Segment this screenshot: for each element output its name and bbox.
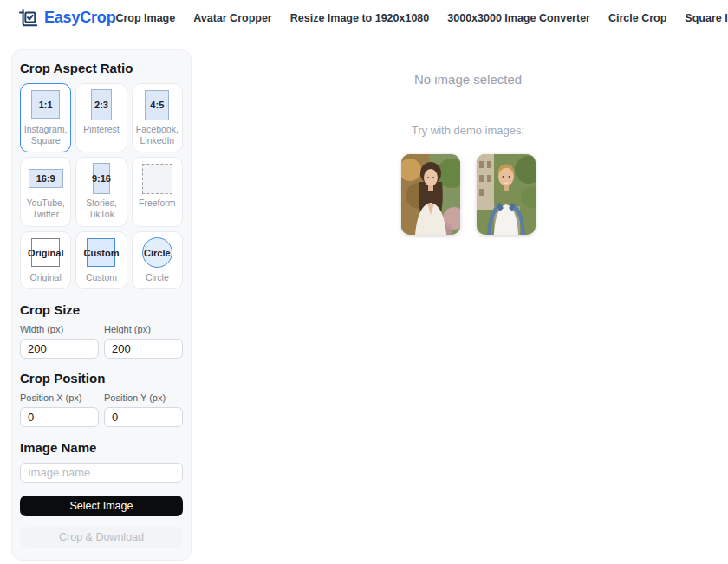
ratio-label: 9:16	[78, 173, 124, 184]
image-name-input[interactable]	[20, 463, 183, 483]
demo-image-man[interactable]	[477, 154, 536, 235]
ratio-option-2-3[interactable]: 2:3 Pinterest	[75, 83, 127, 152]
ratio-shape-wrap: Custom	[78, 237, 124, 269]
nav-crop-image[interactable]: Crop Image	[115, 12, 175, 24]
ratio-shape-wrap: 16:9	[23, 162, 68, 195]
woman-portrait-illustration	[401, 154, 460, 235]
crop-size-fields: Width (px) Height (px)	[20, 324, 183, 359]
demo-prompt-text: Try with demo images:	[208, 124, 728, 137]
ratio-sublabel: Pinterest	[83, 124, 119, 135]
ratio-shape-wrap: 9:16	[78, 162, 124, 195]
man-portrait-illustration	[477, 154, 536, 235]
aspect-ratio-title: Crop Aspect Ratio	[20, 61, 183, 75]
dashed-freeform-shape	[142, 164, 172, 194]
ratio-sublabel: Custom	[86, 272, 117, 283]
ratio-shape-wrap: Circle	[134, 237, 180, 269]
ratio-option-circle[interactable]: Circle Circle	[132, 231, 183, 289]
position-y-label: Position Y (px)	[104, 392, 183, 403]
height-field-group: Height (px)	[104, 324, 183, 359]
width-label: Width (px)	[20, 324, 99, 334]
ratio-label: Original	[23, 248, 68, 258]
demo-images-row	[208, 154, 728, 235]
position-x-label: Position X (px)	[20, 392, 99, 403]
crop-position-fields: Position X (px) Position Y (px)	[20, 392, 183, 427]
width-field-group: Width (px)	[20, 324, 99, 359]
ratio-option-4-5[interactable]: 4:5 Facebook, LinkedIn	[132, 83, 183, 152]
position-y-field-group: Position Y (px)	[104, 392, 183, 427]
nav-circle-crop[interactable]: Circle Crop	[608, 12, 666, 24]
position-x-field-group: Position X (px)	[20, 392, 99, 427]
ratio-shape-wrap: 4:5	[134, 88, 180, 121]
preview-area: No image selected Try with demo images:	[208, 49, 728, 235]
nav-3000x3000-converter[interactable]: 3000x3000 Image Converter	[447, 12, 590, 24]
ratio-option-freeform[interactable]: Freeform	[132, 157, 183, 226]
brand-name: EasyCrop	[44, 9, 115, 27]
ratio-option-custom[interactable]: Custom Custom	[75, 231, 127, 289]
empty-state-text: No image selected	[208, 72, 728, 87]
ratio-sublabel: YouTube, Twitter	[23, 198, 68, 220]
ratio-label: 1:1	[23, 100, 69, 110]
ratio-label: 4:5	[134, 100, 180, 110]
ratio-label: 16:9	[23, 173, 68, 184]
ratio-sublabel: Stories, TikTok	[78, 198, 124, 220]
aspect-ratio-grid: 1:1 Instagram, Square 2:3 Pinterest 4:5 …	[20, 83, 183, 289]
ratio-shape-wrap: 2:3	[78, 88, 124, 121]
ratio-label: 2:3	[78, 100, 124, 110]
ratio-option-1-1[interactable]: 1:1 Instagram, Square	[20, 83, 71, 152]
ratio-sublabel: Freeform	[139, 198, 176, 209]
crop-settings-panel: Crop Aspect Ratio 1:1 Instagram, Square …	[11, 49, 192, 561]
crop-download-button: Crop & Download	[20, 527, 183, 548]
ratio-label: Circle	[134, 248, 180, 258]
demo-image-woman[interactable]	[401, 154, 460, 235]
brand-logo[interactable]: EasyCrop	[19, 9, 115, 28]
ratio-sublabel: Original	[30, 272, 62, 283]
crop-position-title: Crop Position	[20, 371, 183, 386]
width-input[interactable]	[20, 339, 99, 359]
nav-resize-1920x1080[interactable]: Resize Image to 1920x1080	[290, 12, 430, 24]
position-y-input[interactable]	[104, 407, 183, 427]
ratio-option-9-16[interactable]: 9:16 Stories, TikTok	[75, 157, 127, 226]
ratio-sublabel: Circle	[146, 272, 169, 283]
image-name-title: Image Name	[20, 440, 183, 455]
height-label: Height (px)	[104, 324, 183, 334]
nav-avatar-cropper[interactable]: Avatar Cropper	[193, 12, 272, 24]
select-image-button[interactable]: Select Image	[20, 496, 183, 516]
crop-check-icon	[19, 9, 38, 28]
position-x-input[interactable]	[20, 407, 99, 427]
ratio-shape-wrap: 1:1	[23, 88, 69, 121]
ratio-shape-wrap	[134, 162, 180, 195]
crop-size-title: Crop Size	[20, 302, 183, 317]
header: EasyCrop Crop Image Avatar Cropper Resiz…	[0, 0, 728, 36]
ratio-shape-wrap: Original	[23, 237, 68, 269]
ratio-option-original[interactable]: Original Original	[20, 231, 71, 289]
main-nav: Crop Image Avatar Cropper Resize Image t…	[115, 12, 728, 24]
ratio-option-16-9[interactable]: 16:9 YouTube, Twitter	[20, 157, 71, 226]
ratio-label: Custom	[78, 248, 124, 258]
ratio-sublabel: Instagram, Square	[23, 124, 69, 146]
height-input[interactable]	[104, 339, 183, 359]
ratio-sublabel: Facebook, LinkedIn	[134, 124, 180, 146]
nav-square-image[interactable]: Square Image	[685, 12, 728, 24]
